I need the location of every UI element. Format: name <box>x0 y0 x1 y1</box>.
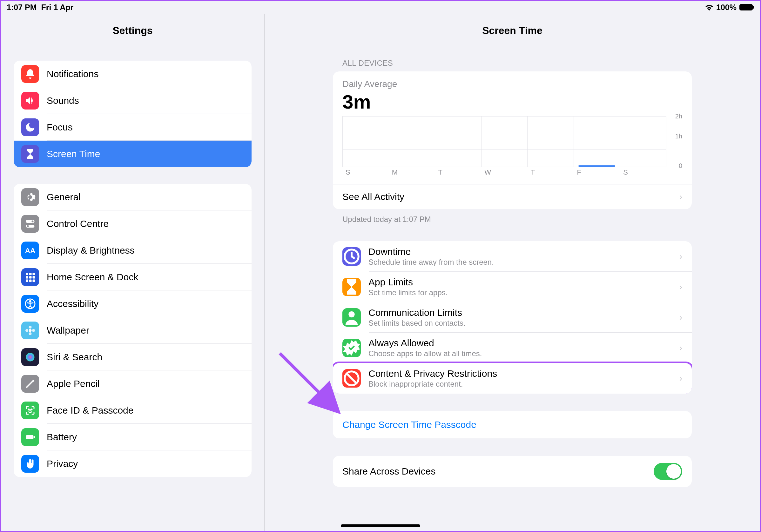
bell-icon <box>21 65 39 83</box>
sidebar-item-label: Focus <box>47 122 73 133</box>
svg-rect-11 <box>29 276 32 279</box>
option-title: App Limits <box>369 277 672 288</box>
moon-icon <box>21 118 39 136</box>
sidebar-title: Settings <box>1 14 264 46</box>
sidebar-item-wallpaper[interactable]: Wallpaper <box>14 317 252 344</box>
grid-icon <box>21 268 39 286</box>
chevron-right-icon: › <box>679 251 682 262</box>
passcode-card: Change Screen Time Passcode <box>333 411 692 438</box>
status-date: Fri 1 Apr <box>41 3 73 12</box>
option-content-privacy-restrictions[interactable]: Content & Privacy RestrictionsBlock inap… <box>333 361 692 394</box>
sidebar: Settings NotificationsSoundsFocusScreen … <box>1 14 264 531</box>
option-title: Communication Limits <box>369 307 672 318</box>
sidebar-item-battery[interactable]: Battery <box>14 424 252 451</box>
sidebar-item-label: Face ID & Passcode <box>47 405 133 416</box>
option-title: Downtime <box>369 246 672 257</box>
sidebar-item-privacy[interactable]: Privacy <box>14 451 252 477</box>
chevron-right-icon: › <box>679 343 682 353</box>
sidebar-item-focus[interactable]: Focus <box>14 114 252 140</box>
svg-point-20 <box>29 332 32 335</box>
svg-point-24 <box>28 409 29 410</box>
svg-line-31 <box>347 374 356 383</box>
option-title: Content & Privacy Restrictions <box>369 368 672 379</box>
see-all-activity-row[interactable]: See All Activity › <box>333 184 692 209</box>
status-time: 1:07 PM <box>7 3 36 12</box>
sidebar-item-label: Accessibility <box>47 298 98 309</box>
gear-icon <box>21 188 39 206</box>
svg-rect-27 <box>34 436 35 438</box>
section-header: ALL DEVICES <box>333 46 692 72</box>
page-title: Screen Time <box>264 14 760 46</box>
sidebar-item-label: General <box>47 192 81 202</box>
faceid-icon <box>21 401 39 419</box>
speaker-icon <box>21 92 39 110</box>
sidebar-item-apple-pencil[interactable]: Apple Pencil <box>14 370 252 397</box>
svg-point-18 <box>29 329 32 332</box>
nosymbol-icon <box>342 369 361 388</box>
sidebar-item-label: Apple Pencil <box>47 378 100 389</box>
option-app-limits[interactable]: App LimitsSet time limits for apps.› <box>333 272 692 302</box>
svg-rect-10 <box>26 276 29 279</box>
updated-text: Updated today at 1:07 PM <box>333 209 692 224</box>
status-bar: 1:07 PM Fri 1 Apr 100% <box>1 1 760 14</box>
svg-text:AA: AA <box>25 247 35 255</box>
svg-rect-7 <box>26 273 29 276</box>
daily-average-value: 3m <box>342 90 682 113</box>
option-subtitle: Schedule time away from the screen. <box>369 258 672 267</box>
sidebar-item-notifications[interactable]: Notifications <box>14 61 252 87</box>
hand-icon <box>21 455 39 473</box>
sidebar-group: GeneralControl CentreAADisplay & Brightn… <box>14 184 252 477</box>
siri-icon <box>21 348 39 366</box>
sidebar-item-label: Display & Brightness <box>47 245 135 256</box>
share-toggle[interactable] <box>654 463 682 480</box>
option-communication-limits[interactable]: Communication LimitsSet limits based on … <box>333 302 692 333</box>
flower-icon <box>21 322 39 339</box>
option-always-allowed[interactable]: Always AllowedChoose apps to allow at al… <box>333 333 692 363</box>
svg-rect-0 <box>739 4 753 11</box>
option-subtitle: Set limits based on contacts. <box>369 319 672 328</box>
option-downtime[interactable]: DowntimeSchedule time away from the scre… <box>333 241 692 272</box>
sidebar-group: NotificationsSoundsFocusScreen Time <box>14 61 252 167</box>
daily-average-label: Daily Average <box>342 79 682 89</box>
options-card: DowntimeSchedule time away from the scre… <box>333 241 692 394</box>
svg-point-23 <box>26 353 34 361</box>
clock-icon <box>342 247 361 266</box>
sidebar-item-accessibility[interactable]: Accessibility <box>14 291 252 317</box>
chevron-right-icon: › <box>679 373 682 384</box>
svg-rect-12 <box>33 276 35 279</box>
sidebar-item-label: Screen Time <box>47 148 100 159</box>
person-icon <box>342 308 361 327</box>
share-across-devices-row[interactable]: Share Across Devices <box>333 456 692 487</box>
sidebar-item-home-screen-dock[interactable]: Home Screen & Dock <box>14 264 252 291</box>
svg-rect-26 <box>26 435 34 439</box>
sidebar-item-control-centre[interactable]: Control Centre <box>14 210 252 237</box>
home-indicator[interactable] <box>341 524 420 527</box>
sidebar-item-screen-time[interactable]: Screen Time <box>14 140 252 167</box>
sidebar-item-general[interactable]: General <box>14 184 252 210</box>
sidebar-item-label: Privacy <box>47 458 78 469</box>
sidebar-item-sounds[interactable]: Sounds <box>14 87 252 114</box>
change-passcode-link[interactable]: Change Screen Time Passcode <box>333 411 692 438</box>
usage-chart: 2h 1h 0 SMTWTFS <box>342 116 682 177</box>
svg-point-5 <box>27 225 29 227</box>
option-subtitle: Block inappropriate content. <box>369 380 672 389</box>
sidebar-item-label: Siri & Search <box>47 352 102 362</box>
sidebar-item-label: Control Centre <box>47 218 109 229</box>
svg-rect-13 <box>26 280 29 282</box>
battery-icon <box>739 4 754 11</box>
option-subtitle: Choose apps to allow at all times. <box>369 349 672 358</box>
svg-rect-15 <box>33 280 35 282</box>
sidebar-item-label: Battery <box>47 432 77 443</box>
sidebar-item-label: Wallpaper <box>47 325 89 336</box>
svg-rect-9 <box>33 273 35 276</box>
sidebar-item-label: Notifications <box>47 69 98 80</box>
sidebar-item-display-brightness[interactable]: AADisplay & Brightness <box>14 237 252 264</box>
usage-card[interactable]: Daily Average 3m 2h 1h 0 SMTWTFS See <box>333 72 692 209</box>
wifi-icon <box>705 4 714 11</box>
option-subtitle: Set time limits for apps. <box>369 288 672 297</box>
sidebar-item-label: Home Screen & Dock <box>47 272 138 283</box>
sidebar-item-face-id-passcode[interactable]: Face ID & Passcode <box>14 397 252 424</box>
accessibility-icon <box>21 295 39 313</box>
hourglass-icon <box>342 278 361 296</box>
sidebar-item-siri-search[interactable]: Siri & Search <box>14 344 252 370</box>
